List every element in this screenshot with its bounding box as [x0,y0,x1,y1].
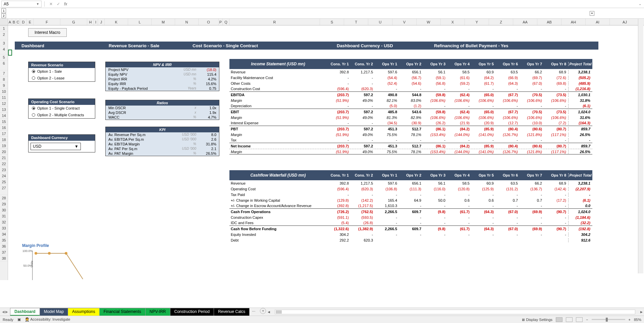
row-22[interactable]: 22 [0,161,8,167]
horizontal-scrollbar[interactable] [275,310,635,314]
zoom-slider[interactable] [592,319,625,320]
tab-nav-next-icon[interactable]: ▶ [5,310,8,314]
col-I[interactable]: I [94,19,98,25]
col-S[interactable]: S [320,19,344,25]
row-8[interactable]: 8 [0,76,8,82]
tab-more[interactable]: ... [249,308,258,316]
row-37[interactable]: 37 [0,249,8,255]
col-P[interactable]: P [219,19,223,25]
row-16[interactable]: 16 [0,125,8,131]
row-30[interactable]: 30 [0,207,8,213]
col-C[interactable]: C [16,19,20,25]
cancel-icon[interactable]: ✕ [49,2,53,6]
row-10[interactable]: 10 [0,88,8,94]
expand-formula-icon[interactable]: ⌄ [639,2,641,6]
hscroll-right-icon[interactable]: ▶ [639,310,644,314]
row-18[interactable]: 18 [0,137,8,143]
hscroll-left-icon[interactable]: ◀ [266,310,271,314]
col-X[interactable]: X [441,19,465,25]
row-35[interactable]: 35 [0,237,8,243]
row-20[interactable]: 20 [0,149,8,155]
col-V[interactable]: V [392,19,417,25]
cost-option-2[interactable]: Option 2 - Multiple Contracts [29,112,95,118]
outline-level-1[interactable]: 1 [1,8,6,13]
col-T[interactable]: T [344,19,368,25]
row-21[interactable]: 21 [0,155,8,161]
col-E[interactable]: E [27,19,34,25]
row-29[interactable]: 29 [0,201,8,207]
col-G[interactable]: G [60,19,87,25]
row-14[interactable]: 14 [0,113,8,119]
row-32[interactable]: 32 [0,219,8,225]
row-2[interactable]: 2 [0,31,8,40]
display-settings[interactable]: 🖥 Display Settings [521,318,552,322]
col-W[interactable]: W [417,19,441,25]
tab-construction-period[interactable]: Construction Period [170,308,214,316]
cost-option-1[interactable]: Option 1 - Single Contract [29,105,95,112]
col-R[interactable]: R [229,19,320,25]
currency-select[interactable]: USD ▼ [31,143,81,150]
tab-dashboard[interactable]: Dashboard [10,308,40,316]
col-B[interactable]: B [12,19,16,25]
col-M[interactable]: M [152,19,175,25]
name-box-caret-icon[interactable]: ▼ [36,2,39,6]
row-7[interactable]: 7 [0,70,8,76]
row-36[interactable]: 36 [0,243,8,249]
row-5[interactable]: 5 [0,54,8,60]
accessibility-status[interactable]: 🤵 Accessibility: Investigate [25,317,70,322]
interest-macro-button[interactable]: Interest Macro [28,28,67,37]
accept-icon[interactable]: ✓ [57,2,60,6]
col-J[interactable]: J [98,19,105,25]
col-Q[interactable]: Q [223,19,229,25]
row-28[interactable]: 28 [0,195,8,201]
row-23[interactable]: 23 [0,167,8,173]
col-AB[interactable]: AB [537,19,561,25]
row-25[interactable]: 25 [0,179,8,185]
row-27[interactable]: 27 [0,185,8,195]
col-L[interactable]: L [128,19,152,25]
tab-model-map[interactable]: Model Map [40,308,68,316]
row-6[interactable]: 6 [0,60,8,70]
col-D[interactable]: D [20,19,27,25]
row-38[interactable]: 38 [0,255,8,261]
row-19[interactable]: 19 [0,143,8,149]
row-17[interactable]: 17 [0,131,8,137]
zoom-out-icon[interactable]: − [586,318,588,322]
row-13[interactable]: 13 [0,107,8,113]
fx-icon[interactable]: fx [64,2,67,6]
col-N[interactable]: N [175,19,199,25]
col-AH[interactable]: AH [561,19,586,25]
row-9[interactable]: 9 [0,82,8,88]
tab-nav-prev-icon[interactable]: ◀ [2,310,5,314]
col-K[interactable]: K [105,19,128,25]
select-all-corner[interactable] [0,19,8,25]
row-4[interactable]: 4 [0,46,8,54]
formula-input[interactable] [69,1,639,7]
tab-financial-statements[interactable]: Financial Statements [99,308,146,316]
row-3[interactable]: 3 [0,40,8,46]
row-34[interactable]: 34 [0,231,8,237]
tab-assumptions[interactable]: Assumptions [68,308,100,316]
col-U[interactable]: U [368,19,392,25]
row-33[interactable]: 33 [0,225,8,231]
col-AJ[interactable]: AJ [610,19,640,25]
view-normal-icon[interactable] [556,317,562,322]
view-page-layout-icon[interactable] [566,317,573,322]
name-box[interactable]: A5 ▼ [1,1,42,7]
col-AA[interactable]: AA [513,19,537,25]
sheet-grid[interactable]: Interest Macro Dashboard Revenue Scenari… [8,25,644,280]
col-AI[interactable]: AI [586,19,610,25]
macro-record-icon[interactable]: ▣ [17,317,21,322]
zoom-in-icon[interactable]: + [629,318,631,322]
row-11[interactable]: 11 [0,94,8,101]
revenue-option-1[interactable]: Option 1 - Sale [29,68,95,75]
outline-expand-icon[interactable]: + [590,11,594,16]
col-Y[interactable]: Y [465,19,489,25]
row-15[interactable]: 15 [0,119,8,125]
col-Z[interactable]: Z [489,19,513,25]
row-31[interactable]: 31 [0,213,8,219]
tab-npv-irr[interactable]: NPV-IRR [145,308,170,316]
row-1[interactable]: 1 [0,25,8,31]
outline-level-2[interactable]: 2 [1,13,6,18]
view-page-break-icon[interactable] [576,317,583,322]
